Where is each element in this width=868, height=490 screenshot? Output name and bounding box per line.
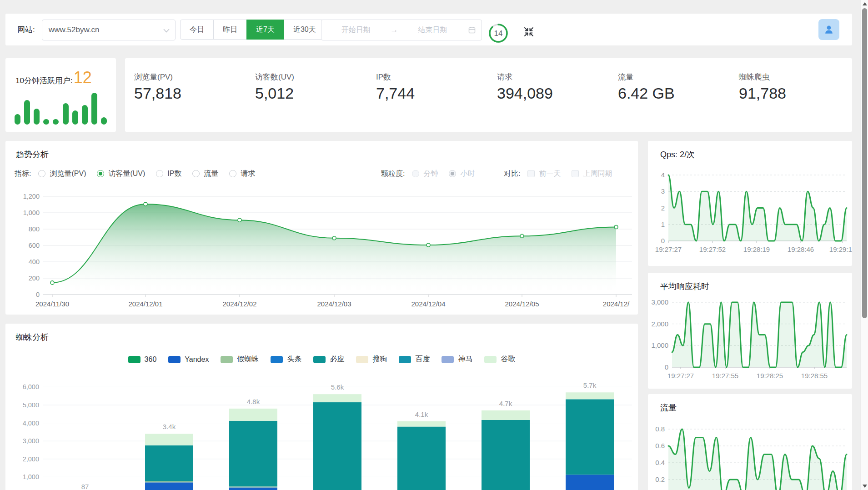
svg-text:0.8: 0.8 [655, 425, 665, 433]
scrollbar-track[interactable] [860, 0, 868, 490]
svg-text:1,000: 1,000 [651, 341, 668, 349]
svg-text:1: 1 [661, 220, 665, 228]
svg-text:3,000: 3,000 [651, 298, 668, 306]
trend-panel: 趋势分析 指标: 浏览量(PV) 访客量(UV) IP数 流量 请求 颗粒度: … [5, 141, 638, 315]
svg-text:5,000: 5,000 [23, 401, 39, 409]
chevron-down-icon [163, 29, 170, 33]
svg-text:2024/12/04: 2024/12/04 [411, 300, 445, 308]
svg-text:19:27:52: 19:27:52 [699, 245, 726, 253]
scroll-down-arrow[interactable] [863, 485, 867, 488]
range-button-last7days[interactable]: 近7天 [246, 20, 284, 40]
svg-text:19:29:13: 19:29:13 [829, 245, 852, 253]
trend-chart: 02004006008001,0001,2002024/11/302024/12… [5, 141, 638, 315]
end-date-input[interactable]: 结束日期 [398, 25, 467, 35]
svg-text:400: 400 [29, 258, 40, 265]
svg-text:5.7k: 5.7k [583, 381, 597, 389]
svg-text:2,000: 2,000 [23, 455, 39, 463]
active-users-value: 12 [74, 68, 92, 87]
svg-text:1,000: 1,000 [23, 473, 39, 480]
svg-text:87: 87 [81, 483, 89, 490]
svg-text:2,000: 2,000 [651, 320, 668, 328]
stat-label: IP数 [376, 72, 391, 82]
svg-text:19:28:55: 19:28:55 [801, 372, 828, 380]
stat-label: 访客数(UV) [255, 72, 294, 82]
svg-text:3: 3 [661, 187, 665, 195]
svg-text:0.4: 0.4 [655, 459, 665, 466]
site-label: 网站: [17, 14, 35, 45]
svg-text:19:27:27: 19:27:27 [667, 372, 694, 380]
active-users-label: 10分钟活跃用户: [15, 75, 73, 86]
svg-text:0: 0 [661, 237, 665, 245]
svg-text:19:27:55: 19:27:55 [712, 372, 738, 380]
response-time-chart: 01,0002,0003,00019:27:2719:27:5519:28:25… [648, 273, 852, 389]
svg-text:4.1k: 4.1k [415, 410, 428, 418]
svg-text:6,000: 6,000 [23, 383, 39, 390]
stat-label: 流量 [618, 72, 633, 82]
svg-text:2: 2 [661, 204, 665, 212]
stat-value: 57,818 [134, 85, 181, 102]
svg-text:19:28:19: 19:28:19 [743, 245, 770, 253]
svg-text:2024/12/01: 2024/12/01 [128, 300, 162, 308]
range-button-yesterday[interactable]: 昨日 [213, 20, 247, 40]
response-time-card: 平均响应耗时 01,0002,0003,00019:27:2719:27:551… [648, 273, 852, 389]
svg-text:800: 800 [29, 225, 40, 233]
stat-label: 浏览量(PV) [134, 72, 173, 82]
stat-label: 请求 [497, 72, 512, 82]
svg-text:4: 4 [661, 171, 665, 179]
stat-value: 7,744 [376, 85, 415, 102]
stats-card: 浏览量(PV)57,818 访客数(UV)5,012 IP数7,744 请求39… [125, 58, 852, 132]
scroll-up-arrow[interactable] [863, 2, 867, 5]
svg-text:2024/12/05: 2024/12/05 [505, 300, 539, 308]
stat-value: 91,788 [739, 85, 786, 102]
countdown-value: 14 [494, 29, 503, 38]
dashboard-page: 网站: www.52byw.cn 今日 昨日 近7天 近30天 开始日期 → 结… [0, 0, 868, 490]
scrollbar-thumb[interactable] [862, 8, 867, 318]
traffic-chart: 0.20.40.60.8 [648, 394, 852, 490]
svg-text:5.6k: 5.6k [331, 383, 344, 391]
spider-chart: 1,0002,0003,0004,0005,0006,000873.4k4.8k… [5, 324, 638, 490]
svg-text:3.4k: 3.4k [163, 423, 176, 430]
svg-text:4,000: 4,000 [23, 420, 39, 427]
user-icon [823, 24, 835, 35]
svg-text:0: 0 [665, 363, 668, 371]
active-users-sparkline [15, 93, 107, 125]
toolbar: 网站: www.52byw.cn 今日 昨日 近7天 近30天 开始日期 → 结… [5, 14, 852, 45]
range-button-last30days[interactable]: 近30天 [284, 20, 326, 40]
svg-text:1,200: 1,200 [23, 193, 40, 200]
svg-text:3,000: 3,000 [23, 437, 39, 445]
svg-text:2024/11/30: 2024/11/30 [35, 300, 69, 308]
svg-text:19:28:25: 19:28:25 [757, 372, 783, 380]
fullscreen-icon[interactable] [523, 26, 535, 38]
refresh-countdown-ring: 14 [488, 23, 508, 43]
range-button-today[interactable]: 今日 [180, 20, 214, 40]
spider-panel: 蜘蛛分析 360 Yandex 假蜘蛛 头条 必应 搜狗 百度 神马 谷歌 1,… [5, 324, 638, 490]
stat-value: 5,012 [255, 85, 294, 102]
traffic-card: 流量 0.20.40.60.8 [648, 394, 852, 490]
stat-label: 蜘蛛爬虫 [739, 72, 770, 82]
date-range-picker[interactable]: 开始日期 → 结束日期 [321, 20, 482, 40]
svg-text:4.8k: 4.8k [247, 398, 260, 405]
svg-text:600: 600 [29, 242, 40, 249]
arrow-right-icon: → [391, 25, 398, 35]
start-date-input[interactable]: 开始日期 [321, 25, 391, 35]
svg-text:19:27:27: 19:27:27 [655, 245, 682, 253]
calendar-icon [468, 26, 476, 34]
svg-text:200: 200 [29, 275, 40, 282]
avatar-button[interactable] [818, 19, 839, 40]
date-range-buttons: 今日 昨日 近7天 近30天 [180, 20, 326, 40]
qps-card: Qps: 2/次 0123419:27:2719:27:5219:28:1919… [648, 141, 852, 266]
svg-text:19:28:46: 19:28:46 [788, 245, 814, 253]
svg-text:0: 0 [36, 291, 40, 298]
svg-text:0.2: 0.2 [655, 475, 665, 483]
svg-text:1,000: 1,000 [23, 209, 40, 216]
svg-text:2024/12/: 2024/12/ [603, 300, 630, 308]
site-select-value: www.52byw.cn [49, 25, 100, 35]
stat-value: 6.42 GB [618, 85, 675, 102]
site-select[interactable]: www.52byw.cn [42, 20, 176, 40]
qps-chart: 0123419:27:2719:27:5219:28:1919:28:4619:… [648, 141, 852, 266]
stat-value: 394,089 [497, 85, 553, 102]
active-users-card: 10分钟活跃用户: 12 [5, 58, 116, 132]
svg-text:2024/12/02: 2024/12/02 [222, 300, 256, 308]
svg-text:0.6: 0.6 [655, 442, 665, 450]
svg-text:4.7k: 4.7k [499, 400, 512, 407]
